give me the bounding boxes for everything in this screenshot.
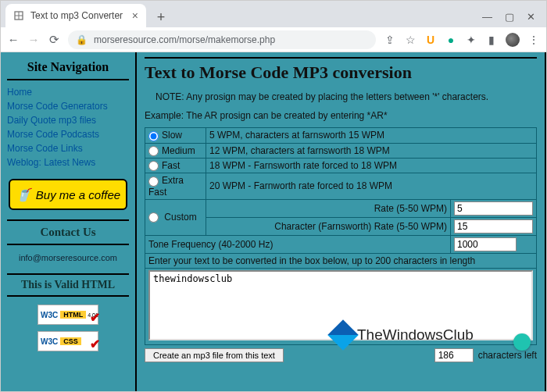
speed-row-fast: Fast 18 WPM - Farnsworth rate forced to … <box>145 158 537 173</box>
tab-favicon <box>13 10 24 21</box>
star-icon[interactable]: ☆ <box>404 34 417 46</box>
new-tab-button[interactable]: + <box>151 7 171 27</box>
coffee-icon: 🥤 <box>16 187 31 202</box>
radio-custom[interactable] <box>148 212 159 223</box>
browser-toolbar: ← → ⟳ 🔒 morseresource.com/morse/makemors… <box>1 27 546 52</box>
browser-tabbar: Text to mp3 Converter × + — ▢ ✕ <box>1 1 546 27</box>
sidebar-link-home[interactable]: Home <box>7 85 129 99</box>
chars-left-label: characters left <box>478 350 537 361</box>
sidebar-link-daily-quote[interactable]: Daily Quote mp3 files <box>7 113 129 127</box>
profile-avatar[interactable] <box>506 33 520 47</box>
check-icon: ✔ <box>90 310 100 325</box>
contact-email[interactable]: info@morseresource.com <box>7 245 129 273</box>
sidebar: Site Navigation Home Morse Code Generato… <box>1 52 135 391</box>
radio-slow[interactable] <box>148 131 159 141</box>
w3c-html-badge[interactable]: W3C HTML 4.01 ✔ <box>38 305 98 325</box>
sidebar-heading: Site Navigation <box>7 57 129 80</box>
enter-text-label: Enter your text to be converted in the b… <box>145 253 537 268</box>
speed-desc: 5 WPM, characters at farnsworth 15 WPM <box>206 128 537 143</box>
rate-label: Rate (5-50 WPM) <box>206 199 451 217</box>
sidebar-link-generators[interactable]: Morse Code Generators <box>7 99 129 113</box>
create-mp3-button[interactable]: Create an mp3 file from this text <box>145 348 284 362</box>
address-bar[interactable]: 🔒 morseresource.com/morse/makemorse.php <box>68 30 376 49</box>
tone-label: Tone Frequency (40-2000 Hz) <box>145 235 451 253</box>
sidebar-link-links[interactable]: Morse Code Links <box>7 141 129 155</box>
menu-icon[interactable]: ⋮ <box>527 34 540 46</box>
tone-row: Tone Frequency (40-2000 Hz) <box>145 235 537 253</box>
sidebar-link-weblog[interactable]: Weblog: Latest News <box>7 155 129 169</box>
radio-medium[interactable] <box>148 146 159 156</box>
lock-icon: 🔒 <box>76 34 88 45</box>
speed-row-custom: Custom Rate (5-50 WPM) <box>145 199 537 217</box>
url-text: morseresource.com/morse/makemorse.php <box>94 34 275 45</box>
tab-title: Text to mp3 Converter <box>30 10 123 21</box>
buy-me-coffee-label: Buy me a coffee <box>36 188 120 201</box>
buy-me-coffee-button[interactable]: 🥤 Buy me a coffee <box>9 179 127 210</box>
ext-green-icon[interactable]: ● <box>445 34 457 46</box>
radio-fast[interactable] <box>148 161 159 171</box>
forward-icon: → <box>27 33 40 46</box>
speed-row-medium: Medium 12 WPM, characters at farnsworth … <box>145 143 537 158</box>
close-icon[interactable]: × <box>132 9 138 22</box>
check-icon: ✔ <box>90 337 100 351</box>
chars-left-count <box>434 348 474 362</box>
speed-desc: 18 WPM - Farnsworth rate forced to 18 WP… <box>206 158 537 173</box>
note-text: NOTE: Any prosign may be created by plac… <box>145 88 537 105</box>
speed-row-extra-fast: Extra Fast 20 WPM - Farnworth rate force… <box>145 173 537 199</box>
contact-heading: Contact Us <box>7 219 129 245</box>
main-content: Text to Morse Code MP3 conversion NOTE: … <box>135 52 546 391</box>
floating-action-button[interactable] <box>513 333 531 351</box>
speed-desc: 20 WPM - Farnworth rate forced to 18 WPM <box>206 173 537 199</box>
w3c-css-badge[interactable]: W3C CSS ✔ <box>38 331 98 351</box>
rate-input[interactable] <box>454 201 533 216</box>
farnsworth-label: Character (Farnsworth) Rate (5-50 WPM) <box>206 217 451 235</box>
ext-u-icon[interactable]: U <box>424 34 437 46</box>
speed-row-slow: Slow 5 WPM, characters at farnsworth 15 … <box>145 128 537 143</box>
text-input[interactable] <box>148 270 533 340</box>
speed-desc: 12 WPM, characters at farnsworth 18 WPM <box>206 143 537 158</box>
valid-html-heading: This is Valid HTML <box>7 273 129 297</box>
extensions-icon[interactable]: ✦ <box>465 34 477 46</box>
sidebar-link-podcasts[interactable]: Morse Code Podcasts <box>7 127 129 141</box>
browser-tab[interactable]: Text to mp3 Converter × <box>5 4 146 27</box>
back-icon[interactable]: ← <box>7 33 20 46</box>
share-icon[interactable]: ⇪ <box>384 34 396 46</box>
reload-icon[interactable]: ⟳ <box>48 33 60 47</box>
tone-input[interactable] <box>454 237 517 251</box>
bookmarks-icon[interactable]: ▮ <box>485 34 498 46</box>
window-controls: — ▢ ✕ <box>482 11 542 27</box>
minimize-icon[interactable]: — <box>482 11 492 23</box>
page-title: Text to Morse Code MP3 conversion <box>145 62 537 88</box>
radio-extra-fast[interactable] <box>148 176 159 187</box>
example-text: Example: The AR prosign can be created b… <box>145 105 537 127</box>
window-close-icon[interactable]: ✕ <box>527 11 535 23</box>
farnsworth-input[interactable] <box>454 219 533 233</box>
options-table: Slow 5 WPM, characters at farnsworth 15 … <box>145 127 537 344</box>
maximize-icon[interactable]: ▢ <box>505 11 514 23</box>
